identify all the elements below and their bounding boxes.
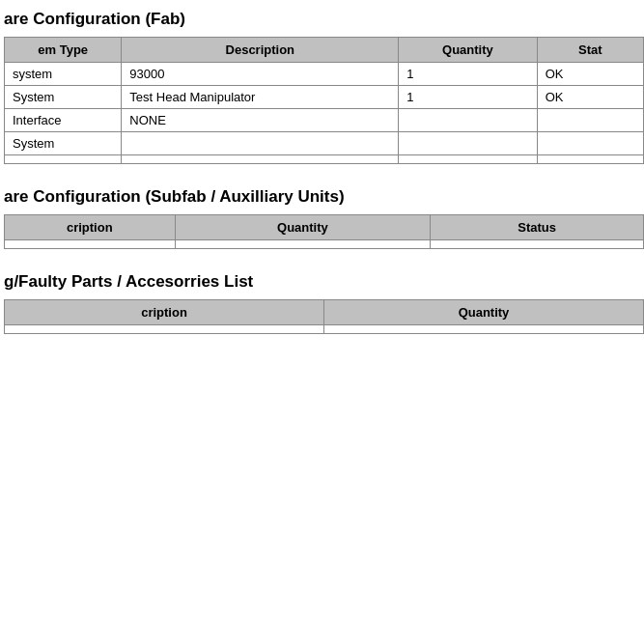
fab-cell-item-type: system — [5, 63, 122, 86]
subfab-table-row — [5, 240, 644, 249]
fab-table-header-row: em Type Description Quantity Stat — [5, 38, 644, 63]
fab-cell-description — [122, 132, 399, 155]
fab-cell-item-type: System — [5, 132, 122, 155]
fab-cell-description: NONE — [122, 109, 399, 132]
fab-cell-description: Test Head Manipulator — [122, 86, 399, 109]
section-parts-title: g/Faulty Parts / Accesorries List — [0, 272, 644, 292]
parts-col-quantity: Quantity — [324, 300, 644, 325]
fab-cell-status: OK — [537, 86, 643, 109]
fab-cell-quantity: 1 — [399, 86, 537, 109]
fab-table-row: System Test Head Manipulator 1 OK — [5, 86, 644, 109]
subfab-table-header-row: cription Quantity Status — [5, 215, 644, 240]
page-container: are Configuration (Fab) em Type Descript… — [0, 10, 644, 334]
fab-table: em Type Description Quantity Stat system… — [4, 37, 644, 164]
subfab-cell-status — [431, 240, 644, 249]
parts-cell-description — [5, 325, 324, 334]
fab-cell-status — [537, 109, 643, 132]
fab-cell-description — [122, 155, 399, 164]
fab-col-quantity: Quantity — [399, 38, 537, 63]
fab-cell-item-type — [5, 155, 122, 164]
fab-cell-quantity — [399, 155, 537, 164]
fab-col-status: Stat — [537, 38, 643, 63]
fab-cell-item-type: Interface — [5, 109, 122, 132]
fab-cell-quantity — [399, 109, 537, 132]
fab-cell-status — [537, 132, 643, 155]
section-fab: are Configuration (Fab) em Type Descript… — [0, 10, 644, 164]
fab-cell-status — [537, 155, 643, 164]
fab-col-item-type: em Type — [5, 38, 122, 63]
parts-table-row — [5, 325, 644, 334]
subfab-col-status: Status — [431, 215, 644, 240]
fab-table-row: system 93000 1 OK — [5, 63, 644, 86]
fab-cell-quantity — [399, 132, 537, 155]
fab-cell-quantity: 1 — [399, 63, 537, 86]
subfab-cell-quantity — [175, 240, 431, 249]
fab-table-row: Interface NONE — [5, 109, 644, 132]
section-fab-title: are Configuration (Fab) — [0, 10, 644, 29]
fab-cell-status: OK — [537, 63, 643, 86]
section-parts: g/Faulty Parts / Accesorries List cripti… — [0, 272, 644, 334]
fab-table-row: System — [5, 132, 644, 155]
subfab-table: cription Quantity Status — [4, 214, 644, 249]
parts-table-header-row: cription Quantity — [5, 300, 644, 325]
subfab-cell-description — [5, 240, 176, 249]
parts-cell-quantity — [324, 325, 644, 334]
subfab-col-quantity: Quantity — [175, 215, 431, 240]
subfab-col-description: cription — [5, 215, 176, 240]
section-subfab-title: are Configuration (Subfab / Auxilliary U… — [0, 187, 644, 207]
parts-table: cription Quantity — [4, 299, 644, 334]
fab-cell-item-type: System — [5, 86, 122, 109]
fab-col-description: Description — [122, 38, 399, 63]
fab-table-row — [5, 155, 644, 164]
parts-col-description: cription — [5, 300, 324, 325]
section-subfab: are Configuration (Subfab / Auxilliary U… — [0, 187, 644, 249]
fab-cell-description: 93000 — [122, 63, 399, 86]
